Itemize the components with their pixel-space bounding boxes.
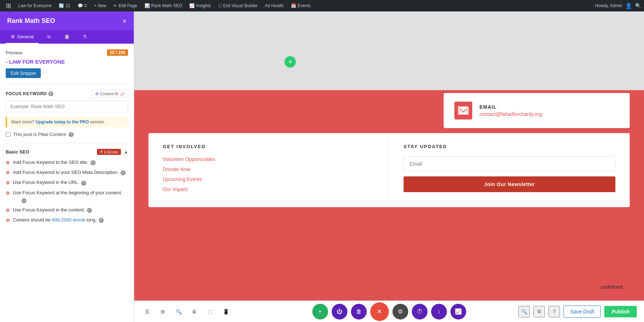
search-right-icon[interactable]: 🔍 (518, 306, 530, 317)
gray-section: + (134, 11, 644, 90)
upgrade-link[interactable]: Upgrade today to the PRO (35, 119, 89, 125)
error-icon-3: ⊗ (6, 180, 10, 185)
clock-button[interactable]: ⏱ (412, 304, 428, 319)
toolbar-tablet-icon[interactable]: ⬚ (204, 306, 216, 317)
help-icon-1[interactable]: ? (91, 160, 96, 165)
help-icon-2[interactable]: ? (121, 170, 126, 175)
pillar-content-help-icon[interactable]: ? (69, 132, 74, 137)
toolbar-grid-icon[interactable]: ⊞ (157, 306, 169, 317)
help-icon-6[interactable]: ? (99, 218, 104, 223)
new-content-link[interactable]: + New (91, 0, 109, 11)
content-ai-icon: ⊛ (95, 91, 99, 96)
close-button[interactable]: ✕ (370, 302, 389, 321)
tab-social[interactable]: 🛍 (42, 30, 56, 44)
save-draft-button[interactable]: Save Draft (564, 306, 601, 318)
page-preview: + EMAIL (134, 11, 644, 322)
trash-button[interactable]: 🗑 (351, 304, 367, 319)
admin-bar: ⊞ Law for Everyone 🔄 22 💬 0 + New ✏ Edit… (0, 0, 644, 11)
seo-check-content: ⊗ Use Focus Keyword in the content. ? (6, 207, 128, 213)
toolbar-search-icon[interactable]: 🔍 (173, 306, 184, 317)
exit-visual-builder-label: Exit Visual Builder (223, 3, 258, 8)
general-tab-icon: ⚙ (11, 34, 15, 39)
focus-keyword-input[interactable] (6, 101, 128, 112)
panel-body: Preview 10 / 100 - LAW FOR EVERYONE Edit… (0, 44, 134, 322)
edit-icon: ✏ (113, 3, 117, 8)
tab-schema[interactable]: 📋 (59, 30, 75, 44)
preview-section: Preview 10 / 100 - LAW FOR EVERYONE Edit… (6, 49, 128, 78)
our-impact-link[interactable]: Our Impact (163, 186, 375, 192)
site-name-link[interactable]: Law for Everyone (15, 0, 54, 11)
help-icon[interactable]: ? (548, 306, 560, 317)
get-involved-title: GET INVOLVED (163, 144, 375, 149)
help-icon-3[interactable]: ? (81, 181, 86, 186)
pillar-content-label: This post is Pillar Content (13, 132, 66, 137)
footer-columns: GET INVOLVED Volunteer Opportunities Don… (148, 133, 630, 207)
edit-page-link[interactable]: ✏ Edit Page (111, 0, 140, 11)
panel-header: Rank Math SEO × (0, 11, 134, 30)
main-area: Rank Math SEO × ⚙ General 🛍 📋 ⚗ Preview (0, 11, 644, 322)
seo-check-add-meta: ⊗ Add Focus Keyword to your SEO Meta Des… (6, 169, 128, 176)
pillar-content-row: This post is Pillar Content ? (6, 132, 128, 137)
join-newsletter-button[interactable]: Join Our Newsletter (404, 176, 615, 192)
power-button[interactable]: ⏻ (332, 304, 347, 319)
undefined-text: undefined (600, 284, 623, 290)
error-icon-6: ⊗ (6, 217, 10, 223)
help-icon-4[interactable]: ? (21, 198, 26, 203)
insights-link[interactable]: 📈 Insights (186, 0, 214, 11)
error-icon-4: ⊗ (6, 190, 10, 196)
updates-link[interactable]: 🔄 22 (56, 0, 73, 11)
admin-avatar-icon: 👤 (625, 3, 632, 9)
focus-keyword-section: FOCUS KEYWORD ? ⊛ Content AI 📈 (6, 90, 128, 112)
publish-button[interactable]: Publish (604, 306, 637, 317)
events-link[interactable]: 📅 Events (288, 0, 314, 11)
settings-button[interactable]: ⚙ (392, 304, 408, 319)
add-block-button[interactable]: + (284, 56, 296, 68)
rank-math-bar-label: Rank Math SEO (151, 3, 182, 8)
edit-page-label: Edit Page (118, 3, 137, 8)
volunteer-link[interactable]: Volunteer Opportunities (163, 156, 375, 162)
search-bar-icon[interactable]: 🔍 (635, 3, 641, 9)
word-count-link[interactable]: 600-2500 words (52, 217, 85, 223)
toolbar-desktop-icon[interactable]: 🖥 (189, 306, 200, 317)
email-icon (458, 106, 469, 115)
exit-visual-builder-link[interactable]: ⬡ Exit Visual Builder (215, 0, 261, 11)
layers-icon[interactable]: ⧉ (533, 306, 545, 317)
tab-general[interactable]: ⚙ General (6, 30, 39, 44)
errors-badge: ✕ 6 Errors (97, 149, 121, 155)
help-icon-5[interactable]: ? (87, 208, 92, 213)
rank-math-link[interactable]: 📊 Rank Math SEO (142, 0, 185, 11)
wp-logo-link[interactable]: ⊞ (3, 0, 14, 11)
comments-count: 0 (84, 3, 87, 8)
pillar-content-checkbox[interactable] (6, 132, 10, 137)
admin-bar-right: Howdy, Admin 👤 🔍 (595, 3, 641, 9)
email-info: EMAIL contact@fahadforcharity.org (479, 104, 542, 117)
upgrade-banner: Want more? Upgrade today to the PRO vers… (6, 117, 128, 127)
toolbar-right: 🔍 ⧉ ? Save Draft Publish (518, 306, 637, 318)
reorder-button[interactable]: ↕ (431, 304, 447, 319)
tab-advanced[interactable]: ⚗ (78, 30, 92, 44)
email-address: contact@fahadforcharity.org (479, 111, 542, 117)
ad-health-link[interactable]: Ad Health (262, 0, 287, 11)
exit-icon: ⬡ (218, 3, 222, 8)
collapse-icon: ▲ (124, 150, 128, 155)
donate-link[interactable]: Donate Now (163, 166, 375, 172)
edit-snippet-button[interactable]: Edit Snippet (6, 68, 41, 78)
panel-close-button[interactable]: × (122, 18, 127, 25)
add-element-button[interactable]: + (312, 304, 328, 319)
updates-count: 22 (65, 3, 70, 8)
comments-link[interactable]: 💬 0 (75, 0, 90, 11)
toolbar-menu-icon[interactable]: ☰ (141, 306, 153, 317)
analytics-button[interactable]: 📈 (450, 304, 466, 319)
red-section: EMAIL contact@fahadforcharity.org GET IN… (134, 90, 644, 301)
upcoming-events-link[interactable]: Upcoming Events (163, 176, 375, 182)
content-ai-button[interactable]: ⊛ Content AI 📈 (92, 90, 128, 98)
bottom-toolbar: ☰ ⊞ 🔍 🖥 ⬚ 📱 + ⏻ 🗑 ✕ ⚙ ⏱ ↕ 📈 🔍 ⧉ ? (134, 301, 644, 322)
focus-keyword-help-icon[interactable]: ? (48, 91, 53, 96)
basic-seo-header[interactable]: Basic SEO ✕ 6 Errors ▲ (6, 149, 128, 155)
ad-health-label: Ad Health (265, 3, 284, 8)
toolbar-mobile-icon[interactable]: 📱 (220, 306, 231, 317)
insights-label: Insights (196, 3, 211, 8)
preview-header: Preview 10 / 100 (6, 49, 128, 56)
newsletter-email-input[interactable] (404, 156, 615, 171)
panel-tabs: ⚙ General 🛍 📋 ⚗ (0, 30, 134, 44)
